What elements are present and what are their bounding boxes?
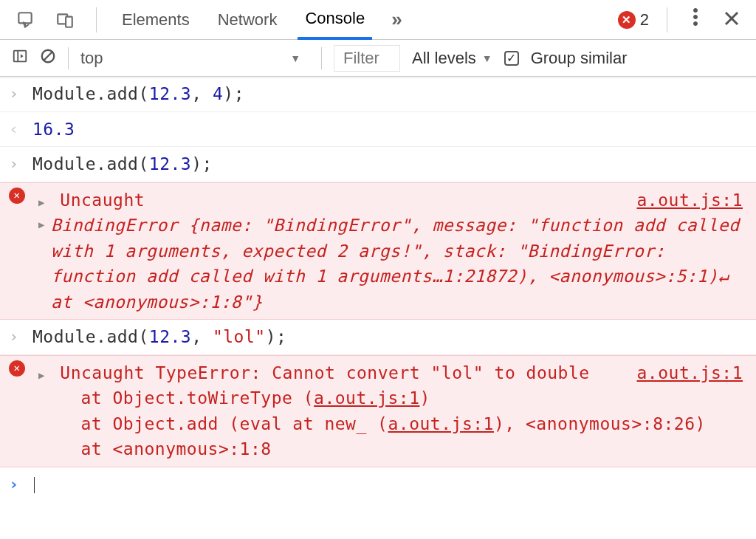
expand-icon[interactable]: ▶ — [38, 365, 49, 381]
tab-network[interactable]: Network — [210, 0, 285, 40]
close-icon[interactable] — [719, 8, 744, 32]
devtools-tabstrip: Elements Network Console » ✕ 2 — [0, 0, 756, 40]
devtools-menu-icon[interactable] — [685, 7, 706, 32]
console-toolbar: top ▼ Filter All levels ▼ ✓ Group simila… — [0, 40, 756, 77]
text-caret — [34, 477, 35, 493]
toggle-device-icon[interactable] — [52, 7, 78, 33]
input-chevron-icon: › — [9, 324, 32, 349]
tab-console[interactable]: Console — [298, 0, 372, 40]
context-label: top — [80, 49, 103, 68]
error-title: Uncaught TypeError: Cannot convert "lol"… — [60, 363, 589, 382]
error-details: BindingError {name: "BindingError", mess… — [51, 213, 743, 315]
svg-marker-8 — [21, 54, 24, 58]
input-chevron-icon: › — [9, 81, 32, 106]
error-count-badge[interactable]: ✕ 2 — [618, 10, 649, 30]
filter-input[interactable]: Filter — [334, 45, 400, 72]
error-icon: ✕ — [9, 188, 25, 204]
error-source-link[interactable]: a.out.js:1 — [622, 188, 743, 213]
error-count: 2 — [640, 10, 649, 30]
error-stack: at Object.toWireType (a.out.js:1) at Obj… — [38, 385, 743, 462]
input-chevron-icon: › — [9, 151, 32, 176]
result-chevron-icon: ‹ — [9, 117, 32, 141]
svg-point-4 — [694, 16, 698, 19]
show-sidebar-icon[interactable] — [12, 48, 28, 69]
chevron-down-icon: ▼ — [290, 52, 300, 64]
expand-icon[interactable]: ▶ — [38, 213, 51, 233]
levels-picker[interactable]: All levels ▼ — [412, 49, 492, 68]
chevron-down-icon: ▼ — [482, 52, 492, 64]
separator — [321, 47, 322, 69]
svg-rect-2 — [66, 16, 72, 27]
code: Module.add(12.3, 4); — [32, 81, 743, 107]
console-input-line: › Module.add(12.3, 4); — [0, 77, 756, 112]
prompt-chevron-icon: › — [9, 472, 32, 496]
stack-source-link[interactable]: a.out.js:1 — [388, 414, 493, 433]
separator — [68, 47, 69, 69]
console-prompt[interactable]: › — [0, 467, 756, 502]
clear-console-icon[interactable] — [40, 48, 56, 69]
console-input-line: › Module.add(12.3); — [0, 147, 756, 182]
code: Module.add(12.3); — [32, 151, 743, 177]
svg-rect-0 — [18, 13, 31, 23]
console-error-line: ✕ ▶ Uncaught a.out.js:1 ▶ BindingError {… — [0, 182, 756, 320]
svg-point-5 — [694, 22, 698, 26]
error-title: Uncaught — [60, 190, 145, 210]
svg-rect-6 — [14, 50, 27, 61]
svg-line-10 — [44, 52, 52, 60]
console-result-line: ‹ 16.3 — [0, 112, 756, 148]
expand-icon[interactable]: ▶ — [38, 192, 49, 208]
stack-source-link[interactable]: a.out.js:1 — [314, 388, 419, 408]
console-input-line: › Module.add(12.3, "lol"); — [0, 320, 756, 355]
levels-label: All levels — [412, 49, 476, 68]
inspect-element-icon[interactable] — [12, 7, 38, 33]
error-icon: ✕ — [618, 11, 636, 29]
context-picker[interactable]: top ▼ — [80, 49, 309, 68]
separator — [667, 7, 667, 32]
separator — [96, 7, 97, 32]
group-similar-label: Group similar — [531, 49, 628, 68]
error-source-link[interactable]: a.out.js:1 — [622, 360, 743, 386]
tab-elements[interactable]: Elements — [114, 0, 197, 40]
console-error-line: ✕ ▶ Uncaught TypeError: Cannot convert "… — [0, 355, 756, 467]
more-tabs-icon[interactable]: » — [385, 8, 408, 31]
error-icon: ✕ — [9, 360, 25, 377]
console-output: › Module.add(12.3, 4); ‹ 16.3 › Module.a… — [0, 77, 756, 501]
svg-point-3 — [694, 9, 698, 13]
group-similar-checkbox[interactable]: ✓ — [504, 51, 519, 66]
result-value: 16.3 — [32, 117, 743, 143]
code: Module.add(12.3, "lol"); — [32, 324, 743, 350]
